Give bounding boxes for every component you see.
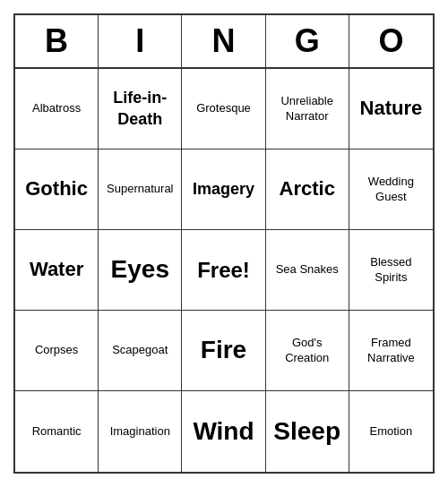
bingo-cell-13: Sea Snakes [266,230,349,311]
bingo-cell-9: Wedding Guest [349,150,433,230]
header-letter-n: N [182,15,265,67]
bingo-cell-6: Supernatural [99,150,182,230]
bingo-cell-22: Wind [182,391,265,472]
header-letter-o: O [349,15,433,67]
bingo-grid: AlbatrossLife-in-DeathGrotesqueUnreliabl… [15,69,433,472]
bingo-cell-12: Free! [182,230,265,311]
bingo-cell-4: Nature [349,69,433,150]
header-letter-b: B [15,15,99,67]
bingo-cell-23: Sleep [266,391,349,472]
bingo-cell-1: Life-in-Death [99,69,182,150]
bingo-cell-24: Emotion [349,391,433,472]
bingo-cell-18: God's Creation [266,311,349,391]
bingo-cell-15: Corpses [15,311,99,391]
bingo-cell-14: Blessed Spirits [349,230,433,311]
bingo-cell-19: Framed Narrative [349,311,433,391]
bingo-cell-2: Grotesque [182,69,265,150]
bingo-cell-5: Gothic [15,150,99,230]
bingo-cell-20: Romantic [15,391,99,472]
bingo-cell-0: Albatross [15,69,99,150]
bingo-cell-16: Scapegoat [99,311,182,391]
bingo-card: BINGO AlbatrossLife-in-DeathGrotesqueUnr… [13,13,435,474]
bingo-cell-8: Arctic [266,150,349,230]
bingo-cell-17: Fire [182,311,265,391]
header-letter-g: G [266,15,349,67]
bingo-cell-11: Eyes [99,230,182,311]
bingo-cell-3: Unreliable Narrator [266,69,349,150]
bingo-cell-7: Imagery [182,150,265,230]
bingo-header: BINGO [15,15,433,69]
bingo-cell-10: Water [15,230,99,311]
bingo-cell-21: Imagination [99,391,182,472]
header-letter-i: I [99,15,182,67]
